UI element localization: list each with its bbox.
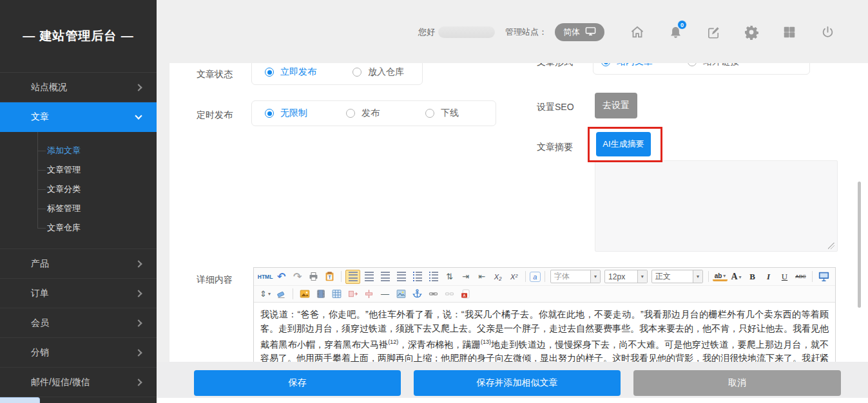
radio-selected-icon[interactable] [265,68,274,77]
footnote-marker: (13) [481,339,491,345]
article-status-options: 立即发布 放入仓库 [251,63,423,85]
line-spacing-icon[interactable]: ⇅ [442,270,457,284]
toolbar-separator [545,271,545,282]
radio-option-offline[interactable]: 下线 [425,108,459,119]
sidebar-item-article-management[interactable]: 文章管理 [0,160,157,180]
anchor-icon[interactable] [410,287,425,301]
font-color-button[interactable]: A▾ [729,270,744,284]
sidebar-item-add-article[interactable]: 添加文章 [0,141,157,160]
logout-power-icon[interactable] [819,24,836,41]
vertical-scrollbar-thumb[interactable] [858,182,861,308]
save-and-add-similar-button[interactable]: 保存并添加相似文章 [414,370,621,396]
sidebar-item-tag-management[interactable]: 标签管理 [0,199,157,218]
sidebar-item-article-warehouse[interactable]: 文章仓库 [0,218,157,238]
radio-option-internal-article[interactable]: 站内文章 [601,63,653,68]
sidebar-nav: 站点概况 文章 添加文章 文章管理 文章分类 标签管理 文章仓库 产品 订单 会… [0,73,157,397]
word-import-icon[interactable]: A [458,287,473,301]
home-icon[interactable] [629,24,646,41]
notifications-bell-icon[interactable]: 0 [667,24,684,41]
strikethrough-button[interactable]: ABC [793,270,808,284]
redo-icon[interactable]: ↷ [290,270,305,284]
apps-grid-icon[interactable] [781,24,798,41]
unordered-list-icon[interactable] [426,270,441,284]
textarea-resize-grip[interactable] [828,243,834,249]
sidebar-item-orders[interactable]: 订单 [0,279,157,308]
radio-icon[interactable] [688,63,697,66]
insert-video-icon[interactable] [313,287,328,301]
insert-frame-icon[interactable] [362,287,376,301]
radio-option-publish[interactable]: 发布 [346,108,380,119]
format-match-icon[interactable] [274,287,289,301]
radio-icon[interactable] [346,109,355,118]
align-justify-icon[interactable] [394,270,409,284]
footnote-marker: (12) [388,339,398,345]
sidebar-item-label: 站点概况 [31,82,67,93]
insert-link-icon[interactable] [426,287,441,301]
radio-option-external-link[interactable]: 站外链接 [688,63,739,68]
radio-icon[interactable] [425,109,434,118]
sidebar-item-articles[interactable]: 文章 [0,102,157,132]
top-header: 您好 管理站点： 简体 0 [157,0,868,64]
paste-word-icon[interactable]: T [322,270,337,284]
unlink-icon[interactable] [442,287,457,301]
radio-option-publish-now[interactable]: 立即发布 [265,66,316,78]
fullscreen-button[interactable] [816,270,831,284]
paragraph-format-select[interactable]: 正文▾ [651,270,703,283]
subscript-icon[interactable]: X₂ [490,270,505,284]
radio-option-no-limit[interactable]: 无限制 [265,108,307,119]
indent-increase-icon[interactable]: ⇥ [458,270,473,284]
sidebar-item-site-overview[interactable]: 站点概况 [0,73,157,102]
ordered-list-icon[interactable] [410,270,425,284]
summary-textarea[interactable] [595,160,838,252]
highlight-color-button[interactable]: ab▾ [713,272,728,281]
insert-map-icon[interactable] [394,287,409,301]
radio-selected-icon[interactable] [265,109,274,118]
line-height-button[interactable]: ⇕▾ [258,287,273,301]
align-left-icon[interactable] [345,270,360,284]
article-form-label: 文章形式 [537,63,573,68]
print-icon[interactable] [306,270,321,284]
superscript-icon[interactable]: X² [506,270,521,284]
chevron-down-icon: ▾ [723,273,726,279]
page-break-icon[interactable] [345,287,360,301]
cancel-button[interactable]: 取消 [633,370,841,396]
compose-edit-icon[interactable] [705,24,722,41]
radio-icon[interactable] [352,68,362,77]
editor-content-area[interactable]: 我说道：“爸爸，你走吧。”他往车外看了看，说：“我买几个橘子去。你就在此地，不要… [254,303,835,362]
save-button[interactable]: 保存 [194,370,401,396]
undo-icon[interactable]: ↶ [274,270,289,284]
align-justify-icon-glyph [397,272,406,281]
chevron-down-icon: ▾ [637,270,647,283]
html-source-button[interactable]: HTML [258,270,273,284]
align-center-icon[interactable] [362,270,376,284]
sidebar-item-members[interactable]: 会员 [0,308,157,338]
align-right-icon[interactable] [378,270,392,284]
sidebar-item-label: 邮件/短信/微信 [31,377,90,388]
sidebar-item-products[interactable]: 产品 [0,249,157,279]
indent-decrease-icon[interactable]: ⇤ [474,270,489,284]
language-switch-button[interactable]: 简体 [555,23,604,41]
toolbar-separator [341,271,342,282]
sidebar-item-email-sms-wechat[interactable]: 邮件/短信/微信 [0,368,157,397]
radio-selected-icon[interactable] [601,63,610,66]
horizontal-rule-icon[interactable]: — [378,287,392,301]
font-size-select[interactable]: 12px▾ [604,270,648,283]
manage-site-label: 管理站点： [505,26,547,38]
chevron-right-icon [135,84,142,91]
font-family-select[interactable]: 字体▾ [550,270,601,283]
ai-generate-summary-button[interactable]: AI生成摘要 [596,132,651,156]
settings-gear-icon[interactable] [743,24,760,41]
seo-setup-button[interactable]: 去设置 [595,93,637,118]
italic-button[interactable]: I [761,270,776,284]
radio-option-to-warehouse[interactable]: 放入仓库 [352,66,404,78]
sidebar-item-distribution[interactable]: 分销 [0,338,157,368]
bold-button[interactable]: B [745,270,760,284]
sidebar-item-label: 订单 [31,288,49,299]
greeting-text: 您好 [418,26,435,38]
insert-table-icon[interactable] [329,287,344,301]
insert-image-icon[interactable] [297,287,312,301]
sidebar-item-label: 文章 [31,111,49,123]
sidebar-item-article-category[interactable]: 文章分类 [0,180,157,199]
autotypeset-icon[interactable]: a [530,272,541,282]
underline-button[interactable]: U [777,270,792,284]
